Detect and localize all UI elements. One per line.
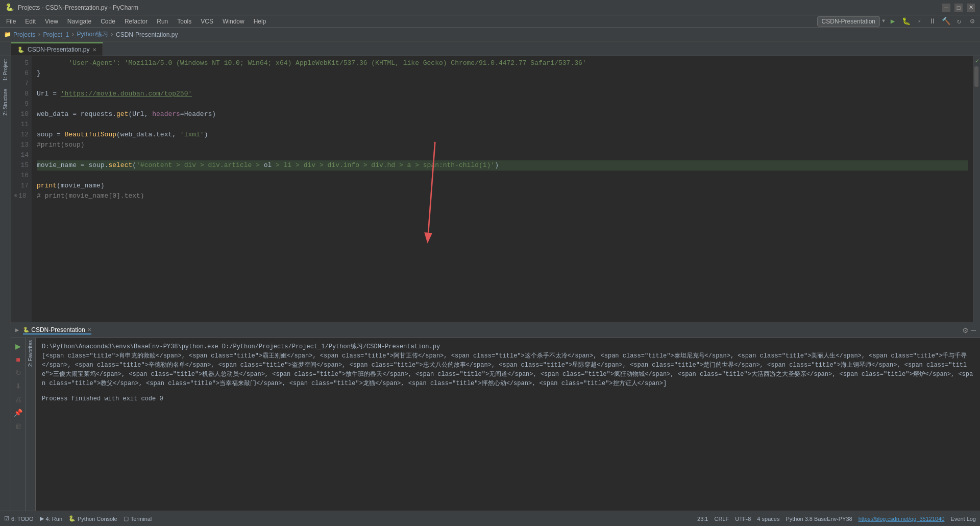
editor-run-container: 1: Project Z: Structure 5 6 7 8 9 10 11 …: [0, 56, 980, 511]
run-sidebar-favorites[interactable]: 2: Favorites: [27, 338, 34, 369]
code-line-8[interactable]: Url = 'https://movie.douban.com/top250': [37, 89, 968, 99]
status-terminal[interactable]: ▢ Terminal: [124, 515, 152, 522]
menu-file[interactable]: File: [2, 17, 20, 26]
menu-navigate[interactable]: Navigate: [63, 17, 95, 26]
stop-button[interactable]: ⏸: [927, 16, 938, 27]
line-num-13: 13: [14, 140, 29, 150]
run-tab-close[interactable]: ✕: [87, 327, 91, 332]
main-content: 1: Project Z: Structure 5 6 7 8 9 10 11 …: [0, 56, 980, 511]
minimize-button[interactable]: ─: [942, 4, 950, 12]
status-line-ending[interactable]: CRLF: [714, 516, 729, 522]
status-python-console[interactable]: 🐍 Python Console: [68, 515, 117, 522]
run-tab-csdn[interactable]: 🐍 CSDN-Presentation ✕: [23, 326, 91, 334]
nav-sep-2: ›: [71, 31, 75, 38]
breadcrumb-python[interactable]: Python练习: [77, 30, 108, 39]
run-with-coverage-button[interactable]: ⚡: [914, 16, 925, 27]
close-button[interactable]: ✕: [967, 4, 975, 12]
run-rerun-button[interactable]: ↻: [13, 368, 23, 378]
run-icon: ▶: [15, 326, 19, 334]
run-controls: ⚙ ─: [962, 326, 976, 334]
func-select: select: [108, 161, 132, 169]
code-editor: 5 6 7 8 9 10 11 12 13 14 15 16 17 ⊕18: [11, 56, 980, 322]
breadcrumb-project1[interactable]: Project_1: [43, 31, 69, 38]
menu-edit[interactable]: Edit: [21, 17, 40, 26]
run-config-dropdown[interactable]: ▼: [882, 18, 885, 24]
app-icon: 🐍: [5, 3, 14, 12]
scrollbar-thumb[interactable]: [974, 66, 978, 87]
status-event-log[interactable]: Event Log: [950, 516, 976, 522]
sync-button[interactable]: ↻: [953, 16, 965, 27]
tab-csdn-presentation[interactable]: 🐍 CSDN-Presentation.py ✕: [11, 42, 103, 56]
menu-run[interactable]: Run: [153, 17, 172, 26]
sidebar-item-structure[interactable]: Z: Structure: [2, 86, 9, 118]
code-line-18[interactable]: # print(movie_name[0].text): [37, 191, 968, 201]
run-pin-button[interactable]: 📌: [13, 408, 23, 418]
status-encoding[interactable]: UTF-8: [735, 516, 751, 522]
editor-column: 5 6 7 8 9 10 11 12 13 14 15 16 17 ⊕18: [11, 56, 980, 511]
code-line-16[interactable]: [37, 171, 968, 181]
line-num-7: 7: [14, 79, 29, 89]
menu-code[interactable]: Code: [96, 17, 119, 26]
line-num-12: 12: [14, 130, 29, 140]
code-line-12[interactable]: soup = BeautifulSoup(web_data.text, 'lxm…: [37, 130, 968, 140]
code-line-11[interactable]: [37, 119, 968, 130]
code-line-5[interactable]: 'User-Agent': 'Mozilla/5.0 (Windows NT 1…: [37, 58, 968, 68]
run-status-icon: ▶: [40, 515, 44, 522]
code-line-13[interactable]: #print(soup): [37, 140, 968, 150]
tab-bar: 🐍 CSDN-Presentation.py ✕: [0, 42, 980, 56]
menu-vcs[interactable]: VCS: [197, 17, 217, 26]
left-sidebar: 1: Project Z: Structure: [0, 56, 11, 511]
breadcrumb-file[interactable]: CSDN-Presentation.py: [116, 31, 178, 38]
code-line-14[interactable]: [37, 150, 968, 160]
code-line-9[interactable]: [37, 99, 968, 109]
run-stop-button[interactable]: ■: [13, 354, 23, 365]
debug-button[interactable]: 🐛: [900, 16, 912, 27]
menu-refactor[interactable]: Refactor: [120, 17, 152, 26]
editor-scrollbar[interactable]: ✓: [973, 56, 980, 322]
run-delete-button[interactable]: 🗑: [13, 421, 23, 431]
line-num-15: 15: [14, 160, 29, 171]
nav-sep-1: ›: [37, 31, 41, 38]
build-button[interactable]: 🔨: [940, 16, 951, 27]
settings-button-header[interactable]: ⚙: [967, 16, 978, 27]
code-line-6[interactable]: }: [37, 68, 968, 79]
code-content[interactable]: 'User-Agent': 'Mozilla/5.0 (Windows NT 1…: [32, 56, 973, 322]
code-line-7[interactable]: [37, 79, 968, 89]
run-button[interactable]: ▶: [887, 16, 898, 27]
comment-print-soup: #print(soup): [37, 141, 85, 149]
status-todo[interactable]: ☑ 6: TODO: [4, 515, 34, 522]
run-print-button[interactable]: 🖨: [13, 394, 23, 404]
run-play-button[interactable]: ▶: [13, 341, 23, 351]
line-num-14: 14: [14, 150, 29, 160]
status-run[interactable]: ▶ 4: Run: [40, 515, 62, 522]
run-tab-icon: 🐍: [23, 327, 29, 332]
code-line-17[interactable]: print(movie_name): [37, 181, 968, 191]
code-line-15[interactable]: movie_name = soup.select('#content > div…: [37, 160, 968, 171]
status-python-version[interactable]: Python 3.8 BaseEnv-PY38: [786, 516, 852, 522]
menu-tools[interactable]: Tools: [173, 17, 195, 26]
run-output-text: D:\Python\Anaconda3\envs\BaseEnv-PY38\py…: [36, 338, 980, 511]
maximize-button[interactable]: □: [954, 4, 963, 12]
run-sidebar: ▶ ■ ↻ ⬇ 🖨 📌 🗑: [11, 338, 26, 511]
menu-view[interactable]: View: [41, 17, 62, 26]
run-scroll-end-button[interactable]: ⬇: [13, 381, 23, 391]
func-get: get: [116, 110, 128, 118]
line-num-18: ⊕18: [14, 191, 29, 201]
run-panel: ▶ 🐍 CSDN-Presentation ✕ ⚙ ─ ▶: [11, 322, 980, 511]
status-csdn-link[interactable]: https://blog.csdn.net/qq_35121040: [859, 516, 945, 522]
menu-help[interactable]: Help: [250, 17, 271, 26]
breadcrumb-projects[interactable]: Projects: [13, 31, 35, 38]
line-num-16: 16: [14, 171, 29, 181]
run-config-name[interactable]: CSDN-Presentation: [817, 16, 880, 27]
menu-window[interactable]: Window: [218, 17, 249, 26]
code-line-10[interactable]: web_data = requests.get(Url, headers=Hea…: [37, 109, 968, 119]
run-close-button[interactable]: ─: [971, 326, 976, 334]
run-status-label: 4: Run: [46, 516, 62, 522]
status-indent[interactable]: 4 spaces: [757, 516, 779, 522]
tab-label: CSDN-Presentation.py: [28, 46, 89, 53]
tab-close-button[interactable]: ✕: [92, 47, 96, 53]
status-position[interactable]: 23:1: [697, 516, 708, 522]
sidebar-item-project[interactable]: 1: Project: [2, 56, 9, 84]
py-file-icon: 🐍: [17, 46, 24, 53]
run-settings-button[interactable]: ⚙: [962, 326, 969, 334]
